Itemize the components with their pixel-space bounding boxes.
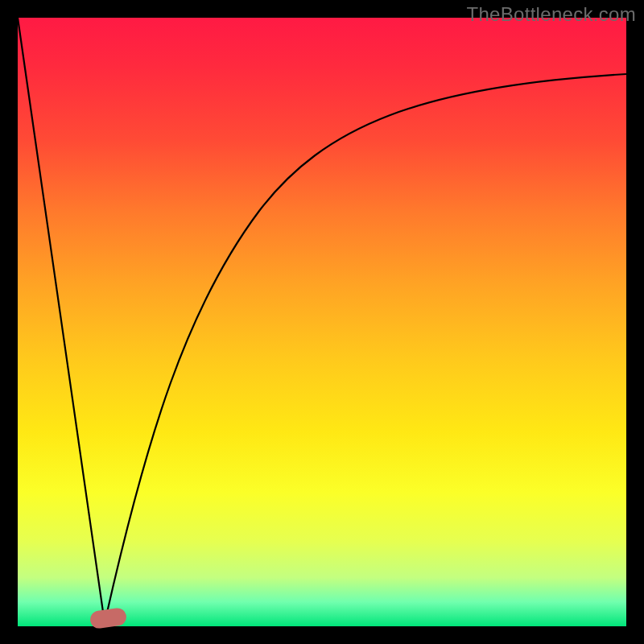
curve-left: [18, 18, 105, 623]
chart-frame: TheBottleneck.com: [0, 0, 644, 644]
curve-right: [105, 74, 626, 623]
watermark-text: TheBottleneck.com: [466, 3, 636, 26]
bottleneck-curve: [18, 18, 626, 626]
plot-area: [18, 18, 626, 626]
